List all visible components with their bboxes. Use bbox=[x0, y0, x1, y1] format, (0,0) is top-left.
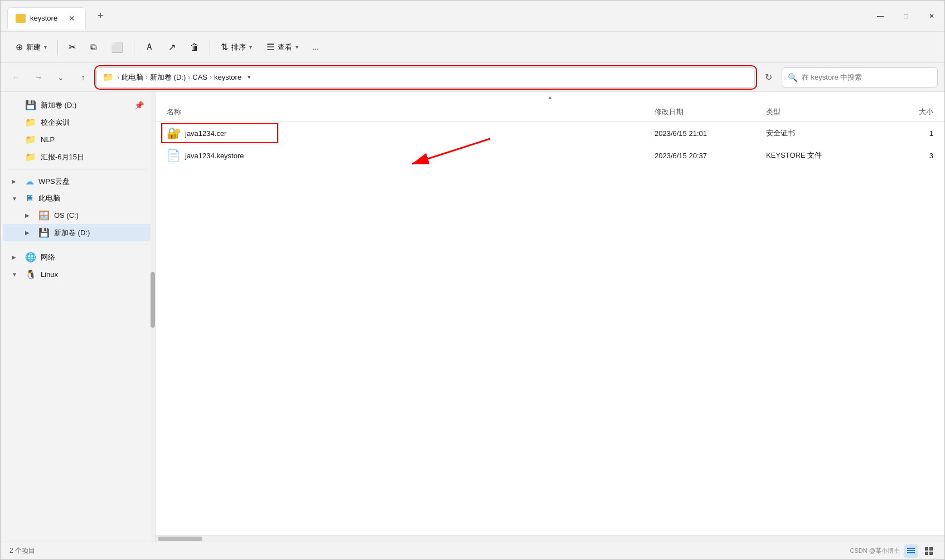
cer-file-date: 2023/6/15 21:01 bbox=[655, 129, 766, 138]
col-header-type[interactable]: 类型 bbox=[766, 107, 878, 117]
breadcrumb-this-pc[interactable]: 此电脑 bbox=[122, 72, 143, 82]
file-row-keystore[interactable]: 📄 java1234.keystore 2023/6/15 20:37 KEYS… bbox=[156, 144, 944, 167]
detail-view-icon bbox=[907, 547, 915, 556]
sidebar-item-folder-3[interactable]: 📁 汇报-6月15日 bbox=[3, 148, 153, 165]
toolbar-separator-1 bbox=[57, 40, 58, 55]
folder-icon-3: 📁 bbox=[25, 152, 36, 162]
share-icon: ↗ bbox=[168, 42, 176, 52]
sidebar-item-folder-2[interactable]: 📁 NLP bbox=[3, 131, 153, 148]
sidebar-item-folder-1[interactable]: 📁 校企实训 bbox=[3, 114, 153, 131]
watermark-label: CSDN @某小博主 bbox=[850, 547, 900, 555]
file-row-cer[interactable]: 🔐 java1234.cer 2023/6/15 21:01 安全证书 1 bbox=[156, 122, 944, 144]
breadcrumb-bar[interactable]: 📁 › 此电脑 › 新加卷 (D:) › CAS › keystore ▾ bbox=[96, 67, 755, 87]
sidebar-item-os-c[interactable]: ▶ 🪟 OS (C:) bbox=[3, 207, 153, 224]
col-header-date[interactable]: 修改日期 bbox=[655, 107, 766, 117]
statusbar: 2 个项目 CSDN @某小博主 bbox=[1, 542, 944, 559]
sidebar: 💾 新加卷 (D:) 📌 📁 校企实训 📁 NLP 📁 汇报-6月15日 ▶ bbox=[1, 92, 156, 542]
copy-button[interactable]: ⧉ bbox=[84, 38, 103, 56]
folder-icon-1: 📁 bbox=[25, 117, 36, 128]
breadcrumb-cas[interactable]: CAS bbox=[192, 73, 207, 81]
active-tab[interactable]: keystore ✕ bbox=[7, 7, 86, 30]
delete-button[interactable]: 🗑 bbox=[184, 38, 205, 56]
col-header-name[interactable]: 名称 bbox=[167, 107, 655, 117]
breadcrumb-sep-2: › bbox=[188, 74, 190, 81]
sidebar-item-drive-d2[interactable]: ▶ 💾 新加卷 (D:) bbox=[3, 224, 153, 241]
new-button[interactable]: ⊕ 新建 ▾ bbox=[9, 38, 53, 56]
share-button[interactable]: ↗ bbox=[162, 38, 182, 56]
breadcrumb-drive[interactable]: 新加卷 (D:) bbox=[150, 72, 186, 82]
search-input[interactable] bbox=[802, 73, 932, 81]
titlebar: keystore ✕ + — □ ✕ bbox=[1, 1, 944, 32]
view-dropdown-icon: ▾ bbox=[295, 44, 298, 50]
svg-rect-7 bbox=[925, 552, 928, 555]
minimize-button[interactable]: — bbox=[868, 1, 893, 32]
toolbar-separator-2 bbox=[134, 40, 134, 55]
cer-file-size: 1 bbox=[878, 129, 933, 138]
sidebar-scrollbar-thumb[interactable] bbox=[151, 272, 155, 328]
maximize-button[interactable]: □ bbox=[893, 1, 919, 32]
keystore-file-type: KEYSTORE 文件 bbox=[766, 150, 878, 160]
keystore-file-size: 3 bbox=[878, 152, 933, 160]
sidebar-scrollbar-track bbox=[151, 92, 155, 542]
sidebar-folder-3-label: 汇报-6月15日 bbox=[41, 152, 84, 162]
sort-dropdown-icon: ▾ bbox=[249, 44, 252, 50]
cut-icon: ✂ bbox=[69, 42, 76, 52]
keystore-file-date: 2023/6/15 20:37 bbox=[655, 152, 766, 160]
refresh-button[interactable]: ↻ bbox=[759, 69, 777, 86]
wps-icon: ☁ bbox=[25, 176, 34, 187]
sidebar-item-linux[interactable]: ▼ 🐧 Linux bbox=[3, 266, 153, 283]
view-icon: ☰ bbox=[266, 42, 274, 52]
back-button[interactable]: ← bbox=[7, 69, 25, 86]
scrollbar-h-thumb[interactable] bbox=[158, 537, 202, 541]
view-label: 查看 bbox=[278, 42, 292, 52]
tab-title: keystore bbox=[30, 14, 57, 22]
delete-icon: 🗑 bbox=[190, 42, 199, 52]
sidebar-drive-label: 新加卷 (D:) bbox=[41, 100, 76, 110]
sidebar-drive-icon: 💾 bbox=[25, 100, 36, 110]
breadcrumb-sep-0: › bbox=[117, 74, 119, 81]
cer-file-name: java1234.cer bbox=[185, 129, 655, 138]
keystore-file-name: java1234.keystore bbox=[185, 152, 655, 160]
folder-icon bbox=[16, 14, 26, 23]
detail-view-button[interactable] bbox=[904, 544, 918, 558]
sidebar-osc-arrow: ▶ bbox=[25, 212, 34, 218]
cas-label: CAS bbox=[192, 73, 207, 81]
breadcrumb-keystore[interactable]: keystore bbox=[214, 73, 241, 81]
sidebar-wps-arrow: ▶ bbox=[12, 178, 21, 184]
svg-rect-3 bbox=[907, 550, 915, 551]
tab-close-button[interactable]: ✕ bbox=[66, 13, 77, 24]
paste-button[interactable]: ⬜ bbox=[105, 37, 129, 57]
rename-button[interactable]: Ａ bbox=[139, 37, 160, 57]
sort-button[interactable]: ⇅ 排序 ▾ bbox=[215, 38, 258, 56]
toolbar-separator-3 bbox=[210, 40, 210, 55]
new-icon: ⊕ bbox=[16, 42, 23, 52]
drive-label: 新加卷 (D:) bbox=[150, 72, 186, 82]
sidebar-pc-arrow: ▼ bbox=[12, 196, 21, 202]
recent-button[interactable]: ⌄ bbox=[52, 69, 70, 86]
cer-file-icon: 🔐 bbox=[167, 126, 181, 140]
keystore-label: keystore bbox=[214, 73, 241, 81]
addressbar-row: ← → ⌄ ↑ 📁 › 此电脑 › 新加卷 (D:) › CAS › keyst… bbox=[1, 63, 944, 92]
close-button[interactable]: ✕ bbox=[919, 1, 944, 32]
net-icon: 🌐 bbox=[25, 252, 36, 262]
this-pc-label: 此电脑 bbox=[122, 72, 143, 82]
horizontal-scrollbar[interactable] bbox=[156, 535, 944, 542]
more-button[interactable]: ... bbox=[307, 39, 325, 55]
up-button[interactable]: ↑ bbox=[74, 69, 92, 86]
view-button[interactable]: ☰ 查看 ▾ bbox=[260, 38, 304, 56]
collapse-arrow: ▲ bbox=[156, 92, 944, 103]
new-tab-button[interactable]: + bbox=[90, 6, 110, 26]
sidebar-item-network[interactable]: ▶ 🌐 网络 bbox=[3, 249, 153, 266]
forward-button[interactable]: → bbox=[30, 69, 47, 86]
sidebar-item-wps[interactable]: ▶ ☁ WPS云盘 bbox=[3, 173, 153, 190]
statusbar-right: CSDN @某小博主 bbox=[850, 544, 936, 558]
cut-button[interactable]: ✂ bbox=[62, 38, 82, 56]
d2-icon: 💾 bbox=[38, 227, 50, 238]
pin-icon: 📌 bbox=[134, 101, 144, 110]
col-header-size[interactable]: 大小 bbox=[878, 107, 933, 117]
sidebar-item-drive-d[interactable]: 💾 新加卷 (D:) 📌 bbox=[3, 96, 153, 114]
sidebar-item-this-pc[interactable]: ▼ 🖥 此电脑 bbox=[3, 190, 153, 207]
sidebar-wps-label: WPS云盘 bbox=[38, 177, 70, 187]
grid-view-button[interactable] bbox=[922, 544, 936, 558]
breadcrumb-dropdown-button[interactable]: ▾ bbox=[244, 72, 255, 83]
